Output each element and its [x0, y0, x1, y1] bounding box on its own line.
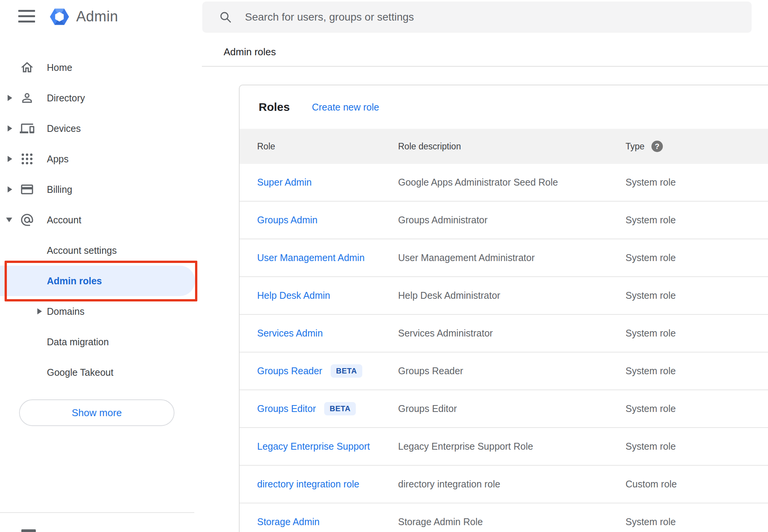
- role-link[interactable]: Groups Admin: [257, 215, 317, 226]
- table-header-row: Role Role description Type ?: [240, 129, 768, 164]
- table-row: Storage AdminStorage Admin RoleSystem ro…: [240, 503, 768, 532]
- sidebar: Admin HomeDirectoryDevicesAppsBillingAcc…: [0, 0, 202, 532]
- table-body: Super AdminGoogle Apps Administrator See…: [240, 164, 768, 532]
- column-header-description: Role description: [398, 141, 626, 152]
- table-row: User Management AdminUser Management Adm…: [240, 239, 768, 277]
- sidebar-item-billing[interactable]: Billing: [0, 174, 202, 205]
- roles-title: Roles: [259, 101, 290, 114]
- role-type: System role: [626, 441, 768, 452]
- role-type: System role: [626, 177, 768, 188]
- sidebar-item-label: Directory: [47, 93, 85, 104]
- role-link[interactable]: Groups Reader: [257, 365, 322, 377]
- role-link[interactable]: Legacy Enterprise Support: [257, 441, 370, 452]
- role-type: System role: [626, 403, 768, 414]
- sidebar-item-devices[interactable]: Devices: [0, 113, 202, 144]
- sidebar-item-home[interactable]: Home: [0, 52, 202, 83]
- show-more-button[interactable]: Show more: [19, 399, 174, 426]
- admin-console-page: Admin HomeDirectoryDevicesAppsBillingAcc…: [0, 0, 768, 532]
- sidebar-item-label: Billing: [47, 184, 72, 195]
- sidebar-item-account[interactable]: Account: [0, 205, 202, 235]
- table-row: Services AdminServices AdministratorSyst…: [240, 315, 768, 353]
- roles-card-header: Roles Create new role: [240, 85, 768, 129]
- role-type: Custom role: [626, 479, 768, 490]
- sidebar-item-label: Account settings: [47, 245, 117, 256]
- sidebar-item-google-takeout[interactable]: Google Takeout: [0, 357, 202, 388]
- role-cell: Storage Admin: [240, 516, 398, 527]
- role-type: System role: [626, 252, 768, 263]
- role-type: System role: [626, 215, 768, 226]
- role-cell: Services Admin: [240, 328, 398, 339]
- page-title: Admin roles: [224, 46, 276, 58]
- role-description: Google Apps Administrator Seed Role: [398, 177, 626, 188]
- role-link[interactable]: User Management Admin: [257, 252, 365, 263]
- help-icon[interactable]: ?: [651, 141, 663, 152]
- chevron-down-icon[interactable]: [6, 218, 12, 222]
- role-link[interactable]: Storage Admin: [257, 516, 320, 527]
- role-description: Groups Reader: [398, 365, 626, 377]
- role-link[interactable]: Help Desk Admin: [257, 290, 330, 301]
- role-type: System role: [626, 328, 768, 339]
- admin-logo-icon: [48, 5, 71, 28]
- role-description: Groups Administrator: [398, 215, 626, 226]
- role-cell: directory integration role: [240, 479, 398, 490]
- role-type: System role: [626, 516, 768, 527]
- sidebar-item-account-settings[interactable]: Account settings: [0, 235, 202, 266]
- table-row: Groups AdminGroups AdministratorSystem r…: [240, 202, 768, 239]
- column-header-role: Role: [240, 141, 398, 152]
- directory-icon: [20, 91, 34, 105]
- apps-icon: [20, 152, 34, 166]
- sidebar-nav: HomeDirectoryDevicesAppsBillingAccountAc…: [0, 52, 202, 388]
- chevron-right-icon[interactable]: [8, 125, 12, 131]
- table-row: directory integration roledirectory inte…: [240, 466, 768, 503]
- role-cell: Groups EditorBETA: [240, 402, 398, 415]
- billing-icon: [20, 182, 34, 197]
- search-icon: [219, 11, 232, 24]
- chevron-right-icon[interactable]: [8, 156, 12, 162]
- role-description: Legacy Enterprise Support Role: [398, 441, 626, 452]
- sidebar-item-domains[interactable]: Domains: [0, 296, 202, 327]
- title-divider: [202, 66, 768, 67]
- table-row: Help Desk AdminHelp Desk AdministratorSy…: [240, 277, 768, 315]
- sidebar-item-label: Apps: [47, 154, 69, 165]
- create-new-role-link[interactable]: Create new role: [312, 102, 379, 113]
- role-type: System role: [626, 365, 768, 377]
- chevron-right-icon[interactable]: [37, 308, 42, 314]
- role-description: Help Desk Administrator: [398, 290, 626, 301]
- sidebar-item-data-migration[interactable]: Data migration: [0, 327, 202, 357]
- sidebar-item-label: Admin roles: [47, 276, 102, 287]
- chevron-right-icon[interactable]: [8, 186, 12, 192]
- table-row: Groups ReaderBETAGroups ReaderSystem rol…: [240, 353, 768, 390]
- hamburger-menu-icon[interactable]: [18, 10, 35, 23]
- table-row: Legacy Enterprise SupportLegacy Enterpri…: [240, 428, 768, 466]
- beta-badge: BETA: [331, 364, 362, 378]
- product-name: Admin: [76, 8, 118, 25]
- role-link[interactable]: Groups Editor: [257, 403, 316, 414]
- role-link[interactable]: Super Admin: [257, 177, 312, 188]
- role-cell: Groups ReaderBETA: [240, 364, 398, 378]
- sidebar-item-admin-roles[interactable]: Admin roles: [0, 266, 202, 296]
- sidebar-item-apps[interactable]: Apps: [0, 144, 202, 174]
- home-icon: [20, 60, 34, 75]
- table-row: Super AdminGoogle Apps Administrator See…: [240, 164, 768, 202]
- search-bar[interactable]: [202, 2, 752, 33]
- role-cell: Legacy Enterprise Support: [240, 441, 398, 452]
- sidebar-item-label: Devices: [47, 123, 81, 134]
- role-cell: User Management Admin: [240, 252, 398, 263]
- role-cell: Groups Admin: [240, 215, 398, 226]
- sidebar-item-directory[interactable]: Directory: [0, 83, 202, 113]
- sidebar-item-label: Account: [47, 215, 81, 226]
- partial-bottom-icon: [21, 529, 36, 532]
- chevron-right-icon[interactable]: [8, 95, 12, 101]
- sidebar-item-label: Google Takeout: [47, 367, 114, 378]
- roles-card: Roles Create new role Role Role descript…: [239, 85, 768, 532]
- account-icon: [20, 213, 34, 227]
- role-link[interactable]: Services Admin: [257, 328, 323, 339]
- sidebar-divider: [0, 512, 194, 513]
- column-header-type: Type ?: [626, 141, 768, 152]
- devices-icon: [20, 121, 34, 136]
- search-input[interactable]: [245, 2, 733, 33]
- role-link[interactable]: directory integration role: [257, 479, 359, 490]
- beta-badge: BETA: [324, 402, 356, 415]
- sidebar-item-label: Home: [47, 62, 72, 73]
- role-description: User Management Administrator: [398, 252, 626, 263]
